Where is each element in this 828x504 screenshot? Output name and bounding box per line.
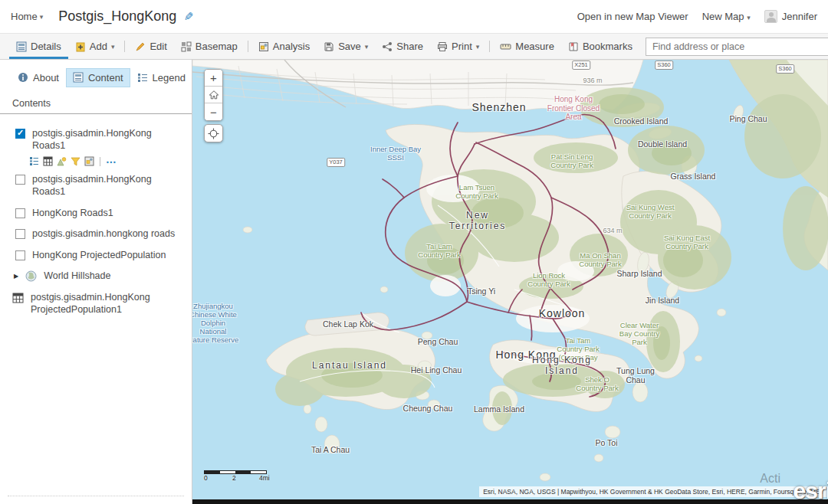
tools-separator <box>100 157 100 166</box>
layer-tools: ⋯ <box>0 156 192 169</box>
home-menu[interactable]: Home ▾ <box>11 11 43 22</box>
find-my-location-button[interactable] <box>204 124 223 142</box>
print-icon <box>437 41 448 52</box>
details-sidebar: About Content Legend ◀ Contents postgis.… <box>0 60 192 504</box>
add-icon <box>75 41 86 52</box>
print-button[interactable]: Print ▾ <box>430 34 486 59</box>
bookmarks-icon <box>568 41 579 52</box>
layer-item-roads1-b: postgis.gisadmin.HongKong Roads1 <box>0 169 192 202</box>
app-header: Home ▾ Postgis_HongKong ✎ Open in new Ma… <box>0 0 828 33</box>
measure-ruler-icon <box>500 41 511 52</box>
tab-about[interactable]: About <box>11 68 66 87</box>
table-icon <box>12 293 24 303</box>
basemap-button[interactable]: Basemap <box>174 34 245 59</box>
open-in-new-viewer-link[interactable]: Open in new Map Viewer <box>577 11 688 22</box>
filter-icon[interactable] <box>71 156 80 166</box>
more-options-icon[interactable]: ⋯ <box>106 158 117 165</box>
layer-item-world-hillshade: ▶ World Hillshade <box>0 266 192 287</box>
share-button[interactable]: Share <box>375 34 430 59</box>
measure-button[interactable]: Measure <box>493 34 561 59</box>
details-icon <box>16 41 27 52</box>
esri-logo: esri <box>794 478 828 499</box>
user-menu[interactable]: Jennifer <box>764 10 817 23</box>
layer-item-hongkong-roads: postgis.gisadmin.hongkong roads <box>0 224 192 245</box>
layer-item-hongkong-roads1: HongKong Roads1 <box>0 203 192 224</box>
page-title: Postgis_HongKong <box>58 8 176 25</box>
layer-item-roads1-a: postgis.gisadmin.HongKong Roads1 <box>0 123 192 156</box>
map-canvas[interactable]: ShenzhenHong KongFrontier ClosedArea936 … <box>192 60 828 499</box>
basemap-icon <box>181 41 192 52</box>
tab-legend[interactable]: Legend <box>130 68 192 87</box>
search-box <box>646 38 828 56</box>
layer-item-projected-population1-table: postgis.gisadmin.HongKong ProjectedPopul… <box>0 287 192 320</box>
edit-pencil-icon <box>135 41 146 52</box>
content-icon <box>73 72 84 83</box>
divider <box>0 113 192 114</box>
activation-watermark: Acti <box>760 472 780 486</box>
legend-icon <box>137 72 148 83</box>
new-map-menu[interactable]: New Map ▾ <box>702 11 751 22</box>
show-table-icon[interactable] <box>43 156 53 166</box>
layer-checkbox[interactable] <box>15 250 25 260</box>
caret-down-icon: ▾ <box>111 43 115 51</box>
search-input[interactable] <box>646 41 828 52</box>
perform-analysis-icon[interactable] <box>84 156 94 166</box>
share-icon <box>382 41 393 52</box>
basemap-topographic <box>192 60 828 499</box>
layer-checkbox[interactable] <box>15 208 25 218</box>
edit-title-icon[interactable]: ✎ <box>184 10 194 24</box>
toolbar-separator <box>489 41 490 52</box>
caret-down-icon: ▾ <box>476 43 480 51</box>
save-button[interactable]: Save ▾ <box>317 34 375 59</box>
avatar <box>764 10 777 23</box>
save-icon <box>324 41 334 52</box>
layer-checkbox[interactable] <box>15 229 25 239</box>
scale-bar: 0 2 4mi <box>204 470 267 483</box>
user-name: Jennifer <box>782 11 817 22</box>
basemap-globe-icon <box>25 270 37 282</box>
caret-down-icon: ▾ <box>747 14 751 21</box>
toolbar: Details Add ▾ Edit Basemap Analysis <box>0 33 828 60</box>
layer-checkbox[interactable] <box>15 175 25 185</box>
map-attribution: Esri, NASA, NGA, USGS | Mapwithyou, HK G… <box>479 486 828 497</box>
home-button[interactable] <box>205 87 222 103</box>
info-icon <box>18 72 28 83</box>
caret-down-icon: ▾ <box>365 43 369 51</box>
caret-down-icon: ▾ <box>40 13 44 21</box>
zoom-in-button[interactable]: + <box>205 70 222 87</box>
bookmarks-button[interactable]: Bookmarks <box>561 34 639 59</box>
expand-arrow-icon[interactable]: ▶ <box>14 273 18 280</box>
layer-item-projected-population: HongKong ProjectedPopulation <box>0 245 192 267</box>
home-label: Home <box>11 11 38 22</box>
toolbar-separator <box>124 41 125 52</box>
zoom-out-button[interactable]: − <box>205 103 222 120</box>
zoom-controls: + − <box>204 69 223 121</box>
analysis-button[interactable]: Analysis <box>251 34 317 59</box>
show-legend-icon[interactable] <box>29 156 39 166</box>
contents-heading: Contents <box>0 89 192 113</box>
arcgis-map-viewer-window: Home ▾ Postgis_HongKong ✎ Open in new Ma… <box>0 0 828 504</box>
change-style-icon[interactable] <box>57 156 67 166</box>
layer-checkbox[interactable] <box>15 129 25 139</box>
details-button[interactable]: Details <box>9 34 68 59</box>
toolbar-separator <box>248 41 248 52</box>
sidebar-footer-divider <box>8 496 184 496</box>
tab-content[interactable]: Content <box>66 68 130 87</box>
add-button[interactable]: Add ▾ <box>68 34 122 59</box>
window-edge <box>192 499 828 504</box>
edit-button[interactable]: Edit <box>128 34 173 59</box>
home-icon <box>209 90 219 100</box>
analysis-icon <box>258 41 269 52</box>
locate-icon <box>208 128 219 139</box>
